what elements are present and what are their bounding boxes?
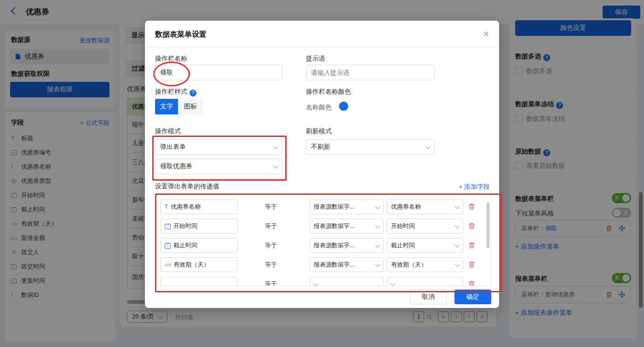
- chevron-down-icon: [454, 242, 460, 247]
- source-field-select[interactable]: [387, 277, 463, 286]
- source-type-select[interactable]: [310, 277, 384, 286]
- action-mode-value: 弹出表单: [160, 143, 186, 151]
- chevron-down-icon: [375, 204, 380, 209]
- refresh-mode-label: 刷新模式: [306, 127, 332, 136]
- refresh-mode-select[interactable]: 不刷新: [306, 139, 435, 155]
- trash-icon[interactable]: [468, 222, 475, 229]
- style-option-icon[interactable]: 图标: [178, 99, 203, 114]
- operator-label: 等于: [265, 203, 277, 211]
- transfer-field-label: 截止时间: [173, 241, 197, 250]
- target-form-value: 领取优惠券: [160, 162, 192, 171]
- action-mode-label: 操作模式: [155, 127, 181, 136]
- list-scrollbar[interactable]: [487, 202, 489, 248]
- source-field-value: 开始时间: [391, 222, 415, 230]
- action-style-label: 操作栏样式?: [155, 88, 196, 97]
- source-type-select[interactable]: 报表源数据字...: [310, 238, 384, 253]
- chevron-down-icon: [273, 163, 278, 168]
- confirm-button[interactable]: 确定: [454, 290, 491, 304]
- source-field-value: 截止时间: [391, 241, 415, 250]
- operator-label: 等于: [265, 222, 277, 230]
- refresh-mode-value: 不刷新: [311, 143, 330, 151]
- action-name-label: 操作栏名称: [155, 55, 187, 63]
- chevron-down-icon: [454, 223, 460, 228]
- color-swatch[interactable]: [339, 102, 348, 111]
- transfer-field-label: 开始时间: [173, 222, 197, 230]
- source-field-select[interactable]: 开始时间: [387, 219, 463, 233]
- name-color-label: 名称颜色: [306, 103, 332, 112]
- action-name-color-label: 操作栏名称颜色: [306, 88, 351, 96]
- source-field-select[interactable]: 截止时间: [387, 238, 463, 253]
- style-option-text[interactable]: 文字: [155, 99, 178, 114]
- source-field-value: 优惠券名称: [391, 203, 421, 211]
- svg-text:7: 7: [167, 225, 169, 228]
- chevron-down-icon: [425, 144, 430, 149]
- text-icon: T: [165, 204, 168, 210]
- dialog-title: 数据表菜单设置: [155, 30, 207, 40]
- chevron-down-icon: [375, 223, 380, 228]
- source-type-select[interactable]: 报表源数据字...: [310, 219, 384, 233]
- source-type-select[interactable]: 报表源数据字...: [310, 199, 384, 214]
- source-type-value: 报表源数据字...: [314, 261, 355, 269]
- source-field-value: 有效期（天）: [391, 261, 427, 269]
- chevron-down-icon: [273, 144, 278, 149]
- source-field-select[interactable]: 优惠券名称: [387, 199, 463, 214]
- transfer-field-input[interactable]: 123 有效期（天）: [161, 257, 238, 272]
- transfer-field-input[interactable]: 7 截止时间: [161, 238, 238, 253]
- trash-icon[interactable]: [468, 280, 475, 286]
- calendar-icon: 7: [165, 243, 171, 249]
- transfer-field-input[interactable]: 7 开始时间: [161, 219, 238, 233]
- operator-label: 等于: [265, 261, 277, 269]
- help-icon[interactable]: ?: [190, 90, 196, 97]
- number-icon: 123: [165, 263, 171, 267]
- transfer-values-list: T 优惠券名称 等于 报表源数据字... 优惠券名称 7 开始时间 等于 报表源…: [155, 194, 491, 286]
- trash-icon[interactable]: [468, 242, 475, 249]
- transfer-field-input[interactable]: [161, 277, 238, 286]
- transfer-field-label: 优惠券名称: [171, 203, 201, 211]
- trash-icon[interactable]: [468, 203, 475, 210]
- source-type-value: 报表源数据字...: [314, 241, 355, 250]
- source-type-value: 报表源数据字...: [314, 203, 355, 211]
- tip-label: 提示语: [306, 55, 325, 63]
- source-type-select[interactable]: 报表源数据字...: [310, 257, 384, 272]
- chevron-down-icon: [313, 281, 318, 286]
- action-style-label-text: 操作栏样式: [155, 88, 187, 95]
- transfer-field-label: 有效期（天）: [173, 261, 209, 269]
- operator-label: 等于: [265, 280, 277, 286]
- cancel-button[interactable]: 取消: [410, 290, 447, 304]
- operator-label: 等于: [265, 241, 277, 250]
- source-type-value: 报表源数据字...: [314, 222, 355, 230]
- chevron-down-icon: [375, 242, 380, 247]
- action-name-input[interactable]: [155, 65, 282, 80]
- target-form-select[interactable]: 领取优惠券: [155, 159, 282, 174]
- add-field-link[interactable]: + 添加字段: [459, 183, 490, 191]
- close-icon[interactable]: ×: [483, 28, 489, 40]
- data-table-menu-dialog: 数据表菜单设置 × 操作栏名称 提示语 操作栏样式? 文字 图标 操作栏名称颜色…: [145, 21, 499, 308]
- calendar-icon: 7: [165, 223, 171, 229]
- transfer-values-label: 设置弹出表单的传递值: [155, 182, 219, 191]
- svg-text:7: 7: [167, 245, 169, 248]
- trash-icon[interactable]: [468, 261, 475, 268]
- chevron-down-icon: [375, 262, 380, 267]
- tip-input[interactable]: [306, 65, 435, 80]
- chevron-down-icon: [390, 281, 395, 286]
- chevron-down-icon: [454, 262, 460, 267]
- source-field-select[interactable]: 有效期（天）: [387, 257, 463, 272]
- chevron-down-icon: [454, 204, 460, 209]
- action-mode-select[interactable]: 弹出表单: [155, 139, 282, 155]
- transfer-field-input[interactable]: T 优惠券名称: [161, 199, 238, 214]
- divider: [145, 47, 499, 48]
